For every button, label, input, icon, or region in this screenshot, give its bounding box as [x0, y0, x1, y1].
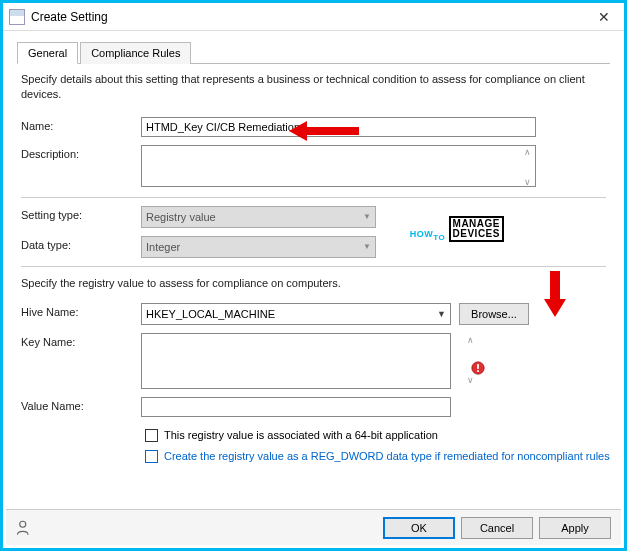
scroll-up-icon[interactable]: ∧ [520, 147, 534, 157]
value-name-input[interactable] [141, 397, 451, 417]
svg-point-5 [20, 521, 26, 527]
titlebar: Create Setting ✕ [3, 3, 624, 31]
window-icon [9, 9, 25, 25]
data-type-value: Integer [146, 241, 180, 253]
error-icon [471, 361, 485, 375]
key-name-input[interactable] [141, 333, 451, 389]
divider [21, 266, 606, 267]
label-key-name: Key Name: [21, 333, 141, 348]
window-title: Create Setting [31, 10, 108, 24]
checkbox-64bit[interactable] [145, 429, 158, 442]
label-data-type: Data type: [21, 236, 141, 251]
chevron-down-icon: ▼ [363, 212, 371, 221]
tab-general[interactable]: General [17, 42, 78, 64]
label-setting-type: Setting type: [21, 206, 141, 221]
setting-type-value: Registry value [146, 211, 216, 223]
scroll-down-icon[interactable]: ∨ [463, 375, 477, 385]
person-icon [16, 519, 34, 537]
tab-strip: General Compliance Rules [17, 41, 610, 64]
label-name: Name: [21, 117, 141, 132]
intro-text: Specify details about this setting that … [21, 72, 606, 103]
dialog-footer: OK Cancel Apply [6, 509, 621, 545]
label-description: Description: [21, 145, 141, 160]
ok-button[interactable]: OK [383, 517, 455, 539]
close-icon[interactable]: ✕ [590, 9, 618, 25]
tab-compliance-rules[interactable]: Compliance Rules [80, 42, 191, 64]
scroll-down-icon[interactable]: ∨ [520, 177, 534, 187]
chevron-down-icon: ▼ [437, 309, 446, 319]
scroll-up-icon[interactable]: ∧ [463, 335, 477, 345]
divider [21, 197, 606, 198]
hive-name-value: HKEY_LOCAL_MACHINE [146, 308, 275, 320]
watermark-logo: HOWTO MANAGEDEVICES [410, 216, 504, 242]
svg-rect-1 [477, 364, 479, 369]
checkbox-64bit-label: This registry value is associated with a… [164, 429, 438, 441]
label-value-name: Value Name: [21, 397, 141, 412]
name-input[interactable] [141, 117, 536, 137]
data-type-select: Integer ▼ [141, 236, 376, 258]
hive-name-select[interactable]: HKEY_LOCAL_MACHINE ▼ [141, 303, 451, 325]
svg-rect-2 [477, 370, 479, 372]
browse-button[interactable]: Browse... [459, 303, 529, 325]
checkbox-create-reg[interactable] [145, 450, 158, 463]
apply-button[interactable]: Apply [539, 517, 611, 539]
description-input[interactable] [141, 145, 536, 187]
setting-type-select: Registry value ▼ [141, 206, 376, 228]
label-hive-name: Hive Name: [21, 303, 141, 318]
registry-section-text: Specify the registry value to assess for… [21, 277, 606, 289]
checkbox-create-reg-label: Create the registry value as a REG_DWORD… [164, 450, 610, 462]
chevron-down-icon: ▼ [363, 242, 371, 251]
cancel-button[interactable]: Cancel [461, 517, 533, 539]
